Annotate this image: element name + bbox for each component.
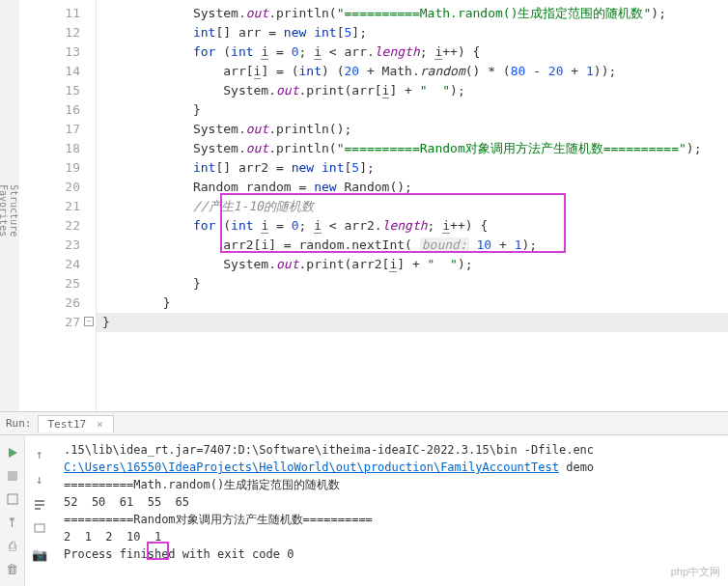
line-number[interactable]: 20 — [19, 178, 96, 197]
svg-rect-5 — [35, 508, 41, 510]
run-tab[interactable]: Test17 × — [38, 415, 114, 433]
svg-rect-1 — [8, 471, 17, 481]
line-number[interactable]: 23 — [19, 236, 96, 255]
close-icon[interactable]: × — [97, 418, 103, 431]
soft-wrap-icon[interactable] — [31, 495, 48, 513]
code-line[interactable]: arr[i] = (int) (20 + Math.random() * (80… — [97, 62, 728, 81]
code-line[interactable]: System.out.println(); — [97, 120, 728, 139]
down-icon[interactable]: ↓ — [31, 470, 48, 488]
line-number[interactable]: 14 — [19, 62, 96, 81]
run-title: Run: — [6, 417, 32, 430]
line-number[interactable]: 18 — [19, 139, 96, 158]
line-number[interactable]: 19 — [19, 158, 96, 178]
line-number[interactable]: 24 — [19, 255, 96, 274]
code-line[interactable]: } — [97, 274, 728, 293]
code-line[interactable]: for (int i = 0; i < arr2.length; i++) { — [97, 216, 728, 236]
line-number[interactable]: 26 — [19, 293, 96, 313]
svg-rect-6 — [35, 524, 44, 532]
pin-icon[interactable]: ⤒ — [5, 515, 20, 530]
rerun-icon[interactable] — [5, 445, 20, 460]
delete-icon[interactable]: 🗑 — [5, 561, 20, 576]
line-number[interactable]: 15 — [19, 81, 96, 100]
camera-icon[interactable]: 📷 — [31, 545, 48, 563]
console-line: ==========Math.random()生成指定范围的随机数 — [64, 476, 718, 493]
code-line[interactable]: System.out.print(arr2[i] + " "); — [97, 255, 728, 274]
code-line[interactable]: } — [97, 293, 728, 313]
up-icon[interactable]: ↑ — [31, 445, 48, 462]
watermark: php中文网 — [671, 563, 720, 580]
favorites-toolwindow-label[interactable]: Favorites — [0, 184, 9, 237]
run-console-toolbar: ↑ ↓ 📷 — [25, 435, 54, 586]
line-number[interactable]: 27− — [19, 313, 96, 332]
structure-toolwindow-label[interactable]: Structure — [9, 184, 19, 237]
editor-gutter: 1112131415161718192021222324252627− — [19, 0, 97, 411]
print-icon[interactable]: ⎙ — [5, 538, 20, 553]
code-line[interactable]: System.out.println("==========Random对象调用… — [97, 139, 728, 158]
console-line: 2 1 2 10 1 — [64, 528, 718, 545]
code-line[interactable]: //产生1-10的随机数 — [97, 197, 728, 216]
run-body: ⤒ ⎙ 🗑 ↑ ↓ 📷 .15\lib\idea_rt.jar=7407:D:\… — [0, 435, 728, 586]
line-number[interactable]: 11 — [19, 4, 96, 23]
layout-icon[interactable] — [5, 491, 20, 507]
console-line: ==========Random对象调用方法产生随机数========== — [64, 511, 718, 528]
svg-rect-4 — [35, 504, 44, 506]
fold-indicator-icon[interactable]: − — [84, 317, 94, 326]
console-link[interactable]: C:\Users\16550\IdeaProjects\HelloWorld\o… — [64, 460, 559, 474]
line-number[interactable]: 25 — [19, 274, 96, 293]
code-editor[interactable]: System.out.println("==========Math.rando… — [97, 0, 728, 411]
line-number[interactable]: 13 — [19, 42, 96, 62]
code-line[interactable]: } — [97, 100, 728, 120]
line-number[interactable]: 17 — [19, 120, 96, 139]
svg-marker-0 — [9, 448, 17, 458]
run-tab-label: Test17 — [48, 418, 87, 431]
scroll-to-end-icon[interactable] — [31, 520, 48, 538]
console-line: 52 50 61 55 65 — [64, 493, 718, 511]
run-vertical-toolbar: ⤒ ⎙ 🗑 — [0, 435, 25, 586]
code-line[interactable]: } — [97, 313, 728, 332]
stop-icon[interactable] — [5, 468, 20, 484]
line-number[interactable]: 21 — [19, 197, 96, 216]
code-line[interactable]: arr2[i] = random.nextInt( bound: 10 + 1)… — [97, 236, 728, 255]
svg-rect-2 — [8, 494, 17, 504]
console-output[interactable]: .15\lib\idea_rt.jar=7407:D:\Software\ith… — [54, 435, 728, 586]
code-line[interactable]: System.out.print(arr[i] + " "); — [97, 81, 728, 100]
line-number[interactable]: 22 — [19, 216, 96, 236]
code-line[interactable]: System.out.println("==========Math.rando… — [97, 4, 728, 23]
run-header: Run: Test17 × — [0, 412, 728, 435]
editor-area: Structure Favorites 11121314151617181920… — [0, 0, 728, 412]
svg-rect-3 — [35, 500, 44, 502]
run-panel: Run: Test17 × ⤒ ⎙ 🗑 ↑ ↓ 📷 .15\lib\idea_r… — [0, 412, 728, 586]
code-line[interactable]: for (int i = 0; i < arr.length; i++) { — [97, 42, 728, 62]
console-line: Process finished with exit code 0 — [64, 545, 718, 563]
code-line[interactable]: int[] arr2 = new int[5]; — [97, 158, 728, 178]
code-line[interactable]: Random random = new Random(); — [97, 178, 728, 197]
code-line[interactable]: int[] arr = new int[5]; — [97, 23, 728, 42]
line-number[interactable]: 16 — [19, 100, 96, 120]
left-toolwindow-bar: Structure Favorites — [0, 0, 19, 411]
console-line: .15\lib\idea_rt.jar=7407:D:\Software\ith… — [64, 441, 718, 459]
line-number[interactable]: 12 — [19, 23, 96, 42]
console-line: C:\Users\16550\IdeaProjects\HelloWorld\o… — [64, 459, 718, 476]
